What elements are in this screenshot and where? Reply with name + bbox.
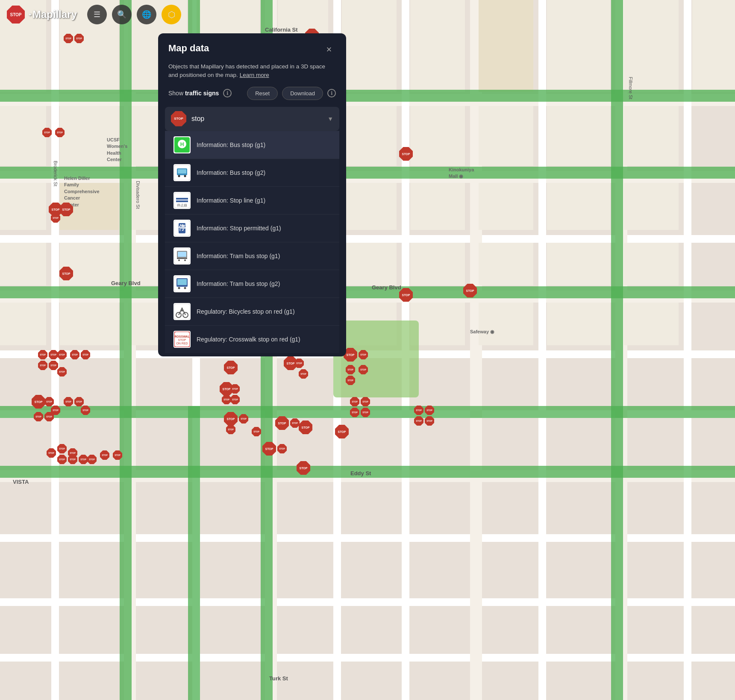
reset-button[interactable]: Reset (247, 87, 278, 100)
panel-header: Map data × (158, 33, 346, 62)
svg-rect-17 (178, 252, 186, 257)
search-icon: 🔍 (117, 10, 126, 19)
stop-sign: STOP (262, 442, 276, 456)
item-label-crosswalk-stop-red-g1: Regulatory: Crosswalk stop on red (g1) (197, 336, 300, 343)
item-label-bus-stop-g2: Information: Bus stop (g2) (197, 169, 265, 176)
svg-text:STOP: STOP (178, 338, 186, 341)
stop-sign: STOP (47, 448, 56, 458)
item-icon-tram-bus-stop-g2 (173, 275, 191, 292)
svg-rect-23 (177, 279, 187, 285)
stop-sign: STOP (277, 444, 287, 453)
cube-icon: ⬡ (168, 9, 175, 20)
stop-sign: STOP (57, 444, 67, 453)
map-data-panel: Map data × Objects that Mapillary has de… (158, 33, 346, 356)
svg-text:停: 停 (178, 224, 185, 231)
svg-point-7 (184, 175, 186, 177)
svg-text:停止線: 停止線 (177, 203, 187, 207)
stop-badge-icon: STOP (171, 111, 186, 126)
download-button[interactable]: Download (282, 87, 323, 100)
stop-sign: STOP (463, 284, 477, 297)
stop-sign: STOP (100, 450, 109, 460)
panel-description: Objects that Mapillary has detected and … (158, 62, 346, 87)
dropdown-list: H Information: Bus stop (g1) Information… (165, 131, 339, 353)
stop-sign: STOP (57, 455, 67, 464)
chevron-down-icon: ▼ (327, 115, 333, 122)
layers-icon: 🌐 (142, 10, 151, 19)
svg-text:H: H (180, 141, 184, 147)
dropdown-selected[interactable]: STOP stop ▼ (165, 107, 339, 131)
dropdown-item[interactable]: Information: Tram bus stop (g1) (165, 242, 339, 270)
svg-point-24 (178, 287, 180, 289)
download-info-icon[interactable]: ℹ (327, 89, 336, 97)
menu-button[interactable]: ☰ (87, 5, 107, 24)
logo-text: Mapillary (32, 9, 77, 21)
map-background: California St Geary Blvd Geary Blvd Eddy… (0, 0, 735, 700)
menu-icon: ☰ (94, 10, 100, 19)
stop-sign: STOP (297, 461, 310, 475)
svg-text:ON RED: ON RED (176, 342, 188, 345)
selected-text: stop (191, 115, 322, 123)
svg-point-19 (178, 259, 180, 261)
item-icon-bus-stop-g2 (173, 164, 191, 181)
svg-point-25 (184, 287, 186, 289)
svg-rect-5 (178, 169, 186, 174)
dropdown-item[interactable]: CROSSWALKSTOPON RED Regulatory: Crosswal… (165, 325, 339, 353)
layers-button[interactable]: 🌐 (137, 5, 156, 24)
stop-sign: STOP (79, 455, 88, 464)
learn-more-link[interactable]: Learn more (240, 72, 269, 78)
svg-point-29 (181, 310, 183, 312)
item-icon-bus-stop-g1: H (173, 136, 191, 153)
close-button[interactable]: × (322, 43, 336, 56)
dropdown-item[interactable]: Information: Bus stop (g2) (165, 159, 339, 186)
item-icon-stop-line-g1: 停止線 (173, 192, 191, 209)
item-label-stop-line-g1: Information: Stop line (g1) (197, 197, 265, 204)
dropdown-container: STOP stop ▼ H Information: Bus stop (g1)… (158, 107, 346, 356)
item-icon-bicycles-stop-red-g1 (173, 303, 191, 320)
stop-sign: STOP (64, 34, 73, 43)
stop-sign: STOP (74, 34, 84, 43)
search-button[interactable]: 🔍 (112, 5, 132, 24)
item-label-bus-stop-g1: Information: Bus stop (g1) (197, 141, 265, 148)
svg-rect-9 (176, 198, 188, 200)
panel-title: Map data (168, 43, 209, 54)
traffic-signs-info-icon[interactable]: ℹ (223, 89, 232, 97)
dropdown-item[interactable]: 停止線 Information: Stop line (g1) (165, 186, 339, 214)
dropdown-item[interactable]: H Information: Bus stop (g1) (165, 131, 339, 159)
svg-rect-10 (176, 200, 188, 202)
svg-text:CROSSWALK: CROSSWALK (174, 335, 190, 338)
item-label-tram-bus-stop-g1: Information: Tram bus stop (g1) (197, 253, 280, 259)
item-icon-crosswalk-stop-red-g1: CROSSWALKSTOPON RED (173, 331, 191, 348)
logo[interactable]: STOP ✦ Mapillary (7, 6, 77, 24)
item-label-stop-permitted-g1: Information: Stop permitted (g1) (197, 225, 281, 232)
dropdown-item[interactable]: 停 Information: Stop permitted (g1) (165, 214, 339, 242)
item-icon-tram-bus-stop-g1 (173, 247, 191, 265)
item-icon-stop-permitted-g1: 停 (173, 220, 191, 237)
stop-sign: STOP (113, 450, 122, 460)
stop-sign: STOP (87, 455, 97, 464)
svg-point-6 (178, 175, 180, 177)
svg-point-20 (184, 259, 186, 261)
item-label-tram-bus-stop-g2: Information: Tram bus stop (g2) (197, 280, 280, 287)
mapdata-button[interactable]: ⬡ (162, 5, 181, 24)
item-label-bicycles-stop-red-g1: Regulatory: Bicycles stop on red (g1) (197, 308, 295, 315)
show-label: Show traffic signs (168, 90, 219, 97)
stop-sign: STOP (68, 455, 77, 464)
dropdown-item[interactable]: Information: Tram bus stop (g2) (165, 270, 339, 297)
panel-controls: Show traffic signs ℹ Reset Download ℹ (158, 87, 346, 107)
dropdown-item[interactable]: Regulatory: Bicycles stop on red (g1) (165, 297, 339, 325)
